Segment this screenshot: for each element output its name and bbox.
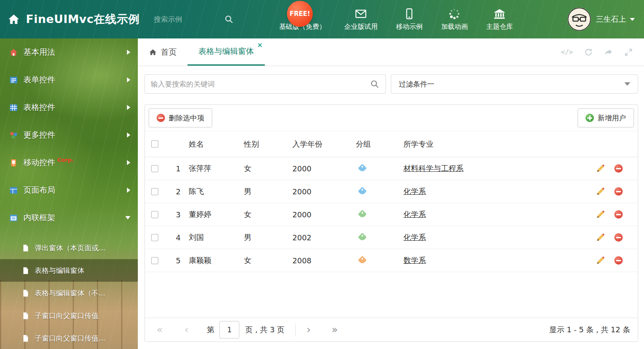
tab-grid-edit-window[interactable]: 表格与编辑窗体 × [188,38,265,66]
delete-icon[interactable] [614,210,623,219]
cell-actions [591,187,638,196]
major-link[interactable]: 化学系 [403,233,426,242]
major-link[interactable]: 化学系 [403,187,426,196]
sidebar-item-iframe[interactable]: 内联框架 [0,204,138,232]
close-icon[interactable]: × [257,42,263,48]
last-page-button[interactable]: » [332,325,338,335]
share-icon[interactable] [604,48,613,57]
delete-icon[interactable] [614,164,623,173]
row-checkbox[interactable] [151,165,158,172]
edit-icon[interactable] [596,187,605,196]
chevron-down-icon [624,82,630,86]
cell-actions [591,256,638,265]
edit-icon[interactable] [596,256,605,265]
spinner-icon [448,7,461,20]
cell-major: 数学系 [400,255,591,265]
row-index: 2 [167,187,185,196]
sidebar-item-table-controls[interactable]: 表格控件 [0,94,138,121]
cell-gender: 女 [240,209,289,219]
sidebar-item-label: 基本用法 [23,47,55,58]
table-header-row: 姓名 性别 入学年份 分组 所学专业 [145,131,638,157]
sidebar-item-label: 表单控件 [23,74,55,85]
home-icon [8,47,18,57]
menu-item-mobile-demo[interactable]: 移动示例 [396,7,423,31]
file-icon [22,312,30,320]
code-icon[interactable]: </> [561,48,573,56]
menu-item-theme-repo[interactable]: 主题仓库 [486,7,513,31]
delete-selected-button[interactable]: 删除选中项 [149,108,212,127]
row-checkbox[interactable] [151,234,158,241]
sidebar-subitem-popup-window[interactable]: 弹出窗体（本页面或... [0,237,138,259]
table-row: 2 陈飞 男 2000 化学系 [145,180,638,203]
grid-toolbar: 删除选中项 新增用户 [145,105,638,131]
keyword-search-box [145,74,386,94]
add-user-button[interactable]: 新增用户 [578,108,634,127]
first-page-button[interactable]: « [157,325,163,335]
cell-gender: 女 [240,255,289,265]
select-all-checkbox[interactable] [151,140,158,148]
row-checkbox[interactable] [151,257,158,264]
sidebar-subitem-child-to-parent[interactable]: 子窗口向父窗口传值 [0,304,138,327]
major-link[interactable]: 材料科学与工程系 [403,164,464,173]
cell-group [352,187,400,196]
header-gender: 性别 [240,139,289,149]
row-checkbox[interactable] [151,188,158,195]
avatar [568,8,591,31]
menu-item-loading-animation[interactable]: 加载动画 [441,7,468,31]
tag-icon [358,210,367,219]
header-search-input[interactable] [154,15,212,23]
username: 三生石上 [596,14,626,24]
delete-icon[interactable] [614,187,623,196]
row-checkbox[interactable] [151,211,158,218]
delete-icon[interactable] [614,256,623,265]
home-icon[interactable] [8,13,20,25]
sidebar-item-basic-usage[interactable]: 基本用法 [0,38,138,66]
sidebar-item-mobile-controls[interactable]: 移动控件 Corp. [0,149,138,176]
chevron-right-icon [127,50,130,55]
user-menu[interactable]: 三生石上 [568,8,635,31]
edit-icon[interactable] [596,233,605,242]
plus-circle-icon [586,114,594,122]
sidebar-subitem-grid-edit-window[interactable]: 表格与编辑窗体 [0,259,138,282]
major-link[interactable]: 化学系 [403,210,426,219]
edit-icon[interactable] [596,210,605,219]
tag-icon [358,164,367,173]
file-icon [22,244,30,252]
sidebar-subitem-child-to-parent-2[interactable]: 子窗口向父窗口传值... [0,327,138,349]
sidebar-item-form-controls[interactable]: 表单控件 [0,66,138,94]
header-group: 分组 [352,139,400,149]
header-menu: 基础版（免费） 企业版试用 移动示例 加载动画 [279,7,513,31]
row-index: 3 [167,210,185,219]
page-number-input[interactable] [219,321,239,339]
chevron-down-icon [630,18,635,21]
filter-row: 过滤条件一 [145,74,638,94]
chevron-right-icon [127,77,130,82]
pagination-divider [295,324,296,336]
prev-page-button[interactable]: ‹ [185,325,189,335]
refresh-icon[interactable] [584,48,593,57]
tag-icon [358,187,367,196]
cell-year: 2002 [289,233,352,242]
filter-dropdown[interactable]: 过滤条件一 [391,74,638,94]
search-icon[interactable] [224,14,234,24]
sidebar-subitem-grid-edit-window-2[interactable]: 表格与编辑窗体（不... [0,282,138,304]
tab-content: 过滤条件一 删除选中项 新增用户 [138,66,644,342]
cell-major: 化学系 [400,232,591,242]
tab-home[interactable]: 首页 [138,38,188,66]
sidebar-item-label: 页面布局 [23,185,55,196]
cell-major: 化学系 [400,209,591,219]
menu-item-enterprise-trial[interactable]: 企业版试用 [344,7,378,31]
keyword-search-input[interactable] [151,80,370,88]
edit-icon[interactable] [596,164,605,173]
sidebar-item-page-layout[interactable]: 页面布局 [0,176,138,204]
cell-name: 董婷婷 [185,209,240,219]
next-page-button[interactable]: › [307,325,311,335]
major-link[interactable]: 数学系 [403,256,426,265]
delete-icon[interactable] [614,233,623,242]
sidebar: 基本用法 表单控件 表格控件 更多控件 [0,38,138,349]
sidebar-item-more-controls[interactable]: 更多控件 [0,121,138,149]
chevron-down-icon [125,216,130,219]
search-icon[interactable] [370,79,380,89]
cell-year: 2008 [289,256,352,265]
fullscreen-icon[interactable] [624,48,633,57]
